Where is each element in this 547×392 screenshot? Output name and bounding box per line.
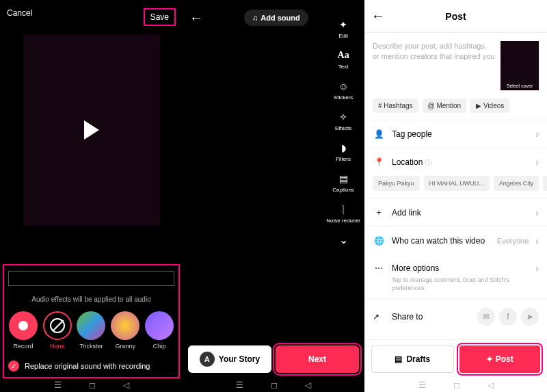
add-link-row[interactable]: ＋ Add link › xyxy=(364,198,547,226)
tag-people-row[interactable]: 👤 Tag people › xyxy=(364,120,547,148)
home-icon[interactable]: ◻ xyxy=(271,380,278,390)
more-icon: ⋯ xyxy=(373,263,385,273)
editor-tools: ✦Edit AaText ☺Stickers ✧Effects ◗Filters… xyxy=(326,18,360,246)
sparkle-icon: ✧ xyxy=(336,110,350,124)
tool-noise[interactable]: ⦚Noise reducer xyxy=(326,202,360,224)
sticker-icon: ☺ xyxy=(336,79,350,93)
share-icon: ↗ xyxy=(373,312,385,322)
replace-sound-toggle[interactable]: ✓ Replace original sound with recording xyxy=(8,361,174,371)
recent-icon[interactable]: ☰ xyxy=(54,380,62,390)
effect-trickster[interactable]: Trickster xyxy=(77,311,107,350)
pin-icon: 📍 xyxy=(373,157,385,167)
caption-input[interactable]: Describe your post, add hashtags, or men… xyxy=(373,41,495,90)
page-title: Post xyxy=(385,11,526,22)
facebook-icon[interactable]: f xyxy=(499,308,517,326)
person-icon: 👤 xyxy=(373,129,385,139)
audio-panel: Audio effects will be applied to all aud… xyxy=(3,264,180,378)
save-button[interactable]: Save xyxy=(144,8,176,26)
audio-hint: Audio effects will be applied to all aud… xyxy=(8,296,174,303)
tool-stickers[interactable]: ☺Stickers xyxy=(334,79,353,101)
edit-icon: ✦ xyxy=(336,18,350,31)
cover-selector[interactable]: Select cover xyxy=(501,41,539,90)
sparkle-icon: ✦ xyxy=(486,354,493,364)
music-note-icon: ♫ xyxy=(252,14,258,22)
home-icon[interactable]: ◻ xyxy=(89,380,96,390)
effect-chip[interactable]: Chip xyxy=(144,311,174,350)
tool-edit[interactable]: ✦Edit xyxy=(336,18,350,39)
back-button[interactable]: ← xyxy=(371,8,385,24)
chevron-right-icon: › xyxy=(535,207,539,218)
mention-chip[interactable]: @ Mention xyxy=(423,99,467,113)
location-chip[interactable]: Pakyu Pakyu xyxy=(373,176,420,191)
more-subtext: Tap to manage comment, Duet and Stitch's… xyxy=(364,276,547,299)
globe-icon: 🌐 xyxy=(373,236,385,246)
waveform-input[interactable] xyxy=(8,271,174,286)
android-navbar: ☰ ◻ ◁ xyxy=(183,378,364,392)
recent-icon[interactable]: ☰ xyxy=(418,380,426,390)
text-icon: Aa xyxy=(336,49,350,62)
next-button[interactable]: Next xyxy=(276,345,359,373)
location-suggestions: Pakyu Pakyu HI MAHAL UWUU... Angeles Cit… xyxy=(364,176,547,198)
privacy-row[interactable]: 🌐 Who can watch this video Everyone › xyxy=(364,226,547,254)
chevron-down-icon[interactable]: ⌄ xyxy=(339,233,348,246)
back-icon[interactable]: ◁ xyxy=(305,380,311,390)
location-row[interactable]: 📍 Location ⓘ › xyxy=(364,148,547,176)
play-icon[interactable] xyxy=(84,120,99,140)
home-icon[interactable]: ◻ xyxy=(453,380,460,390)
plus-icon: ＋ xyxy=(373,207,385,218)
location-chip[interactable]: Pa xyxy=(543,176,547,191)
tool-captions[interactable]: ▤Captions xyxy=(332,172,354,193)
none-icon xyxy=(50,318,65,333)
recent-icon[interactable]: ☰ xyxy=(236,380,243,390)
cancel-button[interactable]: Cancel xyxy=(7,8,32,26)
android-navbar: ☰ ◻ ◁ xyxy=(364,378,547,392)
filters-icon: ◗ xyxy=(336,141,350,155)
audio-effects-screen: Cancel Save Audio effects will be applie… xyxy=(0,0,183,392)
chevron-right-icon: › xyxy=(535,263,539,274)
tool-text[interactable]: AaText xyxy=(336,49,350,70)
android-navbar: ☰ ◻ ◁ xyxy=(0,378,183,392)
drafts-button[interactable]: ▤ Drafts xyxy=(371,345,454,373)
tool-effects[interactable]: ✧Effects xyxy=(335,110,351,131)
chevron-right-icon: › xyxy=(535,235,539,246)
telegram-icon[interactable]: ➤ xyxy=(521,308,539,326)
back-icon[interactable]: ◁ xyxy=(123,380,129,390)
post-button[interactable]: ✦ Post xyxy=(459,345,541,373)
effect-granny[interactable]: Granny xyxy=(110,311,140,350)
drafts-icon: ▤ xyxy=(395,354,402,364)
check-icon: ✓ xyxy=(8,361,19,371)
add-sound-button[interactable]: ♫ Add sound xyxy=(244,10,308,26)
location-chip[interactable]: HI MAHAL UWUU... xyxy=(424,176,490,191)
messenger-icon[interactable]: ✉ xyxy=(477,308,495,326)
editor-screen: ← ♫ Add sound ✦Edit AaText ☺Stickers ✧Ef… xyxy=(183,0,364,392)
noise-icon: ⦚ xyxy=(336,202,350,216)
chevron-right-icon: › xyxy=(535,157,539,168)
location-chip[interactable]: Angeles City xyxy=(494,176,539,191)
effects-row: Record None Trickster Granny Chip xyxy=(8,311,174,350)
videos-chip[interactable]: ▶ Videos xyxy=(470,99,509,113)
video-preview[interactable] xyxy=(23,34,160,226)
tool-filters[interactable]: ◗Filters xyxy=(336,141,351,162)
back-icon[interactable]: ◁ xyxy=(488,380,494,390)
mic-icon xyxy=(18,321,28,330)
avatar: A xyxy=(200,352,215,367)
your-story-button[interactable]: A Your Story xyxy=(188,345,271,373)
back-button[interactable]: ← xyxy=(189,10,203,26)
post-screen: ← Post Describe your post, add hashtags,… xyxy=(364,0,547,392)
share-row: ↗ Share to ✉ f ➤ xyxy=(364,299,547,334)
more-options-row[interactable]: ⋯ More options › xyxy=(364,254,547,276)
effect-record[interactable]: Record xyxy=(8,311,38,350)
chevron-right-icon: › xyxy=(535,129,539,140)
effect-none[interactable]: None xyxy=(42,311,72,350)
hashtags-chip[interactable]: # Hashtags xyxy=(373,99,418,113)
captions-icon: ▤ xyxy=(336,172,350,185)
